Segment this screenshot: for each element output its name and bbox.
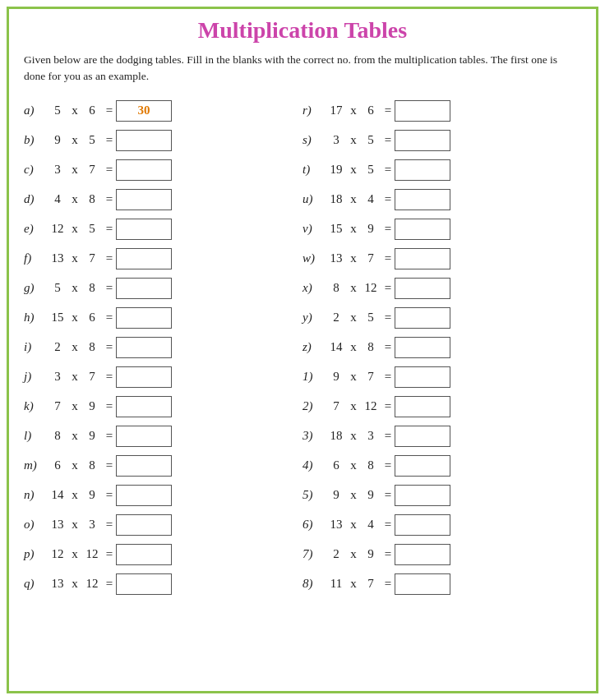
answer-box[interactable] <box>395 337 450 358</box>
answer-box[interactable] <box>116 514 172 536</box>
answer-box[interactable] <box>116 248 172 269</box>
problem-row: j)3x7= <box>24 363 302 391</box>
number2: 9 <box>81 399 103 413</box>
equals-sign: = <box>103 488 116 502</box>
operator: x <box>68 518 81 532</box>
problem-row: m)6x8= <box>24 452 302 480</box>
equals-sign: = <box>103 311 116 325</box>
problem-label: y) <box>302 311 326 325</box>
equals-sign: = <box>381 399 395 413</box>
problem-row: u)18x4= <box>302 186 581 214</box>
problem-row: q)13x12= <box>24 570 302 598</box>
equals-sign: = <box>381 311 395 325</box>
answer-box[interactable] <box>395 307 450 329</box>
operator: x <box>68 281 81 295</box>
problem-label: h) <box>24 311 47 325</box>
number1: 2 <box>47 340 68 354</box>
problem-label: 3) <box>302 429 326 443</box>
operator: x <box>68 488 81 502</box>
answer-box[interactable] <box>395 159 450 181</box>
answer-box[interactable] <box>395 366 450 388</box>
answer-box[interactable] <box>116 366 172 388</box>
answer-box[interactable] <box>395 248 450 269</box>
operator: x <box>68 133 81 147</box>
problem-row: c)3x7= <box>24 156 302 184</box>
number1: 14 <box>47 488 68 502</box>
number2: 7 <box>360 370 381 384</box>
equals-sign: = <box>103 518 116 532</box>
operator: x <box>347 192 360 206</box>
number1: 2 <box>326 547 347 561</box>
operator: x <box>68 311 81 325</box>
problem-label: 6) <box>302 518 326 532</box>
answer-box[interactable] <box>116 485 172 506</box>
number1: 3 <box>47 163 68 177</box>
answer-box[interactable] <box>395 426 450 447</box>
equals-sign: = <box>381 133 395 147</box>
equals-sign: = <box>381 547 395 561</box>
number1: 7 <box>47 399 68 413</box>
problem-row: d)4x8= <box>24 186 302 214</box>
answer-box[interactable] <box>116 307 172 329</box>
answer-box[interactable] <box>116 219 172 240</box>
number2: 7 <box>360 251 381 265</box>
equals-sign: = <box>103 370 116 384</box>
operator: x <box>347 340 360 354</box>
answer-box[interactable] <box>116 396 172 417</box>
answer-box[interactable] <box>116 130 172 151</box>
answer-box[interactable] <box>116 278 172 299</box>
number2: 5 <box>360 311 381 325</box>
problem-row: f)13x7= <box>24 245 302 273</box>
equals-sign: = <box>103 133 116 147</box>
equals-sign: = <box>103 222 116 236</box>
operator: x <box>68 251 81 265</box>
answer-box[interactable] <box>395 130 450 151</box>
problem-label: g) <box>24 281 47 295</box>
equals-sign: = <box>103 251 116 265</box>
equals-sign: = <box>381 370 395 384</box>
operator: x <box>68 340 81 354</box>
problem-label: m) <box>24 458 47 472</box>
number1: 14 <box>326 340 347 354</box>
problem-label: 1) <box>302 370 326 384</box>
equals-sign: = <box>381 192 395 206</box>
answer-box[interactable] <box>116 189 172 210</box>
answer-box[interactable] <box>395 514 450 536</box>
equals-sign: = <box>381 222 395 236</box>
answer-box[interactable]: 30 <box>116 100 172 122</box>
problem-label: j) <box>24 370 47 384</box>
problem-label: 2) <box>302 399 326 413</box>
answer-box[interactable] <box>395 573 450 595</box>
answer-box[interactable] <box>395 278 450 299</box>
answer-box[interactable] <box>116 573 172 595</box>
number1: 12 <box>47 547 68 561</box>
answer-box[interactable] <box>395 455 450 477</box>
answer-box[interactable] <box>395 396 450 417</box>
answer-box[interactable] <box>116 159 172 181</box>
answer-box[interactable] <box>116 455 172 477</box>
left-column: a)5x6=30b)9x5=c)3x7=d)4x8=e)12x5=f)13x7=… <box>24 97 302 598</box>
answer-box[interactable] <box>395 219 450 240</box>
answer-box[interactable] <box>116 426 172 447</box>
answer-box[interactable] <box>116 337 172 358</box>
operator: x <box>347 458 360 472</box>
answer-box[interactable] <box>395 189 450 210</box>
equals-sign: = <box>103 458 116 472</box>
problem-label: t) <box>302 163 326 177</box>
answer-box[interactable] <box>116 544 172 565</box>
answer-box[interactable] <box>395 100 450 122</box>
number1: 5 <box>47 281 68 295</box>
answer-box[interactable] <box>395 544 450 565</box>
problem-row: l)8x9= <box>24 422 302 450</box>
operator: x <box>68 547 81 561</box>
number1: 11 <box>326 577 347 591</box>
equals-sign: = <box>381 104 395 117</box>
operator: x <box>68 222 81 236</box>
answer-box[interactable] <box>395 485 450 506</box>
problem-row: 3)18x3= <box>302 422 581 450</box>
number1: 13 <box>47 251 68 265</box>
number1: 3 <box>326 133 347 147</box>
problem-row: g)5x8= <box>24 274 302 302</box>
equals-sign: = <box>381 163 395 177</box>
number2: 3 <box>360 429 381 443</box>
